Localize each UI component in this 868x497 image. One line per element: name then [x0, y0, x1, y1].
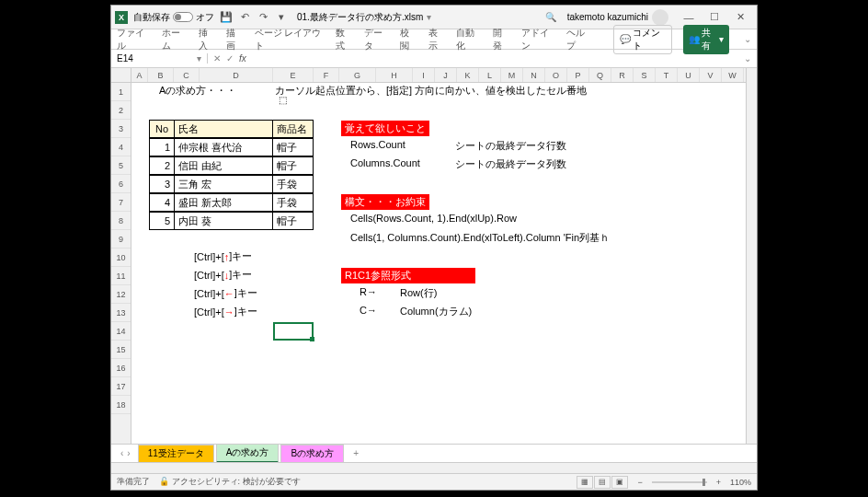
accessibility-status[interactable]: 🔓 アクセシビリティ: 検討が必要です [159, 476, 301, 488]
col-header[interactable]: H [376, 68, 413, 82]
ribbon-tab[interactable]: 描画 [226, 27, 243, 52]
row-header[interactable]: 3 [111, 120, 131, 138]
save-icon[interactable]: 💾 [220, 11, 233, 24]
horizontal-scrollbar[interactable] [111, 462, 757, 473]
select-all-corner[interactable] [111, 68, 131, 83]
redo-icon[interactable]: ↷ [257, 11, 269, 24]
ribbon-collapse-icon[interactable]: ⌄ [744, 34, 751, 44]
col-header[interactable]: U [678, 68, 700, 82]
col-header[interactable]: M [501, 68, 523, 82]
highlight-block: 覚えて欲しいこと [341, 121, 429, 136]
ribbon-tab[interactable]: 挿入 [199, 27, 215, 52]
formula-expand-icon[interactable]: ⌄ [738, 53, 757, 64]
col-header[interactable]: E [273, 68, 314, 82]
col-header[interactable]: W [722, 68, 744, 82]
fx-icon[interactable]: fx [239, 53, 246, 64]
page-layout-button[interactable]: ▤ [594, 476, 611, 489]
filename-dropdown-icon[interactable]: ▾ [427, 12, 431, 22]
close-button[interactable]: ✕ [727, 8, 753, 27]
ribbon-tab[interactable]: ヘルプ [566, 27, 592, 52]
col-header[interactable]: B [148, 68, 174, 82]
col-header[interactable]: R [611, 68, 634, 82]
col-header[interactable]: D [200, 68, 273, 82]
ribbon-tab[interactable]: アドイン [521, 27, 555, 52]
table-cell-name: 内田 葵 [174, 212, 273, 230]
add-sheet-button[interactable]: + [346, 448, 366, 458]
row-header[interactable]: 8 [111, 212, 131, 230]
sheet-tab-active[interactable]: Aの求め方 [216, 444, 280, 463]
cell-text: Rows.Count [350, 139, 405, 150]
toggle-switch-icon[interactable] [173, 12, 193, 22]
ribbon-tab[interactable]: ホーム [162, 27, 188, 52]
row-header[interactable]: 1 [111, 83, 131, 101]
cancel-icon[interactable]: ✕ [213, 53, 221, 64]
normal-view-button[interactable]: ▦ [577, 476, 593, 489]
row-header[interactable]: 2 [111, 101, 131, 120]
row-header[interactable]: 12 [111, 285, 131, 304]
undo-icon[interactable]: ↶ [238, 11, 251, 24]
ribbon-tab[interactable]: 数式 [336, 27, 352, 52]
col-header[interactable]: I [413, 68, 435, 82]
row-header[interactable]: 17 [111, 377, 131, 396]
ribbon-tab[interactable]: 開発 [493, 27, 509, 52]
maximize-button[interactable]: ☐ [702, 8, 727, 27]
row-header[interactable]: 7 [111, 193, 131, 212]
row-header[interactable]: 16 [111, 359, 131, 377]
cell-text: Columns.Count [350, 157, 420, 168]
col-header[interactable]: T [656, 68, 678, 82]
row-header[interactable]: 18 [111, 396, 131, 414]
ribbon-tab[interactable]: ファイル [117, 27, 151, 52]
ribbon-tab[interactable]: 自動化 [456, 27, 482, 52]
autosave-toggle[interactable]: 自動保存 オフ [133, 11, 214, 24]
name-box-dropdown-icon[interactable]: ▾ [197, 53, 201, 64]
ribbon-tab[interactable]: 校閲 [400, 27, 417, 52]
col-header[interactable]: V [700, 68, 722, 82]
col-header[interactable]: J [435, 68, 457, 82]
row-header[interactable]: 10 [111, 248, 131, 267]
grid-body[interactable]: Aの求め方・・・ カーソル起点位置から、[指定] 方向に向かい、値を検出したセル… [131, 83, 746, 444]
name-box[interactable]: E14 ▾ [111, 53, 208, 64]
excel-app-icon: X [115, 11, 128, 24]
zoom-out-button[interactable]: − [637, 478, 642, 487]
search-area[interactable]: 🔍 [545, 12, 556, 22]
minimize-button[interactable]: — [676, 8, 702, 27]
col-header[interactable]: C [174, 68, 200, 82]
row-header[interactable]: 14 [111, 322, 131, 341]
col-header[interactable]: G [339, 68, 376, 82]
col-header[interactable]: K [457, 68, 479, 82]
tab-nav-prev-icon[interactable]: ‹ [120, 448, 123, 458]
col-header[interactable]: N [523, 68, 545, 82]
page-break-button[interactable]: ▣ [611, 476, 628, 489]
selected-cell[interactable] [273, 322, 314, 341]
zoom-in-button[interactable]: + [716, 478, 721, 487]
col-header[interactable]: F [314, 68, 339, 82]
ribbon-tab[interactable]: 表示 [428, 27, 445, 52]
zoom-slider[interactable] [652, 481, 707, 483]
row-header[interactable]: 4 [111, 138, 131, 156]
col-header[interactable]: Q [589, 68, 611, 82]
sheet-tab[interactable]: Bの求め方 [280, 445, 344, 462]
row-header[interactable]: 11 [111, 267, 131, 285]
vertical-scrollbar[interactable] [746, 68, 757, 444]
col-header[interactable]: A [131, 68, 148, 82]
row-header[interactable]: 15 [111, 341, 131, 359]
ribbon-tab[interactable]: ページ レイアウト [255, 27, 326, 52]
qat-dropdown-icon[interactable]: ▾ [275, 11, 288, 24]
zoom-level[interactable]: 110% [730, 478, 751, 487]
col-header[interactable]: O [545, 68, 567, 82]
row-header[interactable]: 5 [111, 156, 131, 175]
tab-nav-next-icon[interactable]: › [127, 448, 130, 458]
row-headers: 123456789101112131415161718 [111, 68, 131, 444]
row-header[interactable]: 13 [111, 304, 131, 322]
table-cell-name: 三角 宏 [174, 175, 273, 193]
row-header[interactable]: 9 [111, 230, 131, 248]
avatar[interactable] [652, 9, 668, 26]
sheet-tab[interactable]: 11受注データ [138, 445, 214, 462]
row-header[interactable]: 6 [111, 175, 131, 193]
col-header[interactable]: L [479, 68, 501, 82]
enter-icon[interactable]: ✓ [226, 53, 234, 64]
col-header[interactable]: S [634, 68, 656, 82]
col-header[interactable]: P [567, 68, 589, 82]
table-cell-name: 信田 由紀 [174, 156, 273, 175]
ribbon-tab[interactable]: データ [364, 27, 390, 52]
